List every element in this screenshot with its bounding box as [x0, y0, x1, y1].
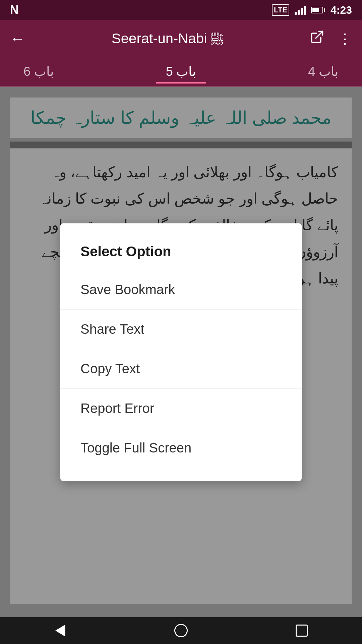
nav-back-button[interactable]	[47, 617, 74, 644]
back-button[interactable]: ←	[7, 27, 28, 50]
lte-indicator: LTE	[272, 4, 289, 16]
more-button[interactable]: ⋮	[335, 27, 355, 50]
content-area: محمد صلی اللہ علیہ وسلم کا ستارہ چمکا کا…	[0, 87, 362, 617]
modal-title: Select Option	[60, 237, 302, 270]
modal-dialog: Select Option Save Bookmark Share Text C…	[60, 223, 302, 481]
tab-bar: باب 6 باب 5 باب 4	[0, 57, 362, 87]
option-save-bookmark[interactable]: Save Bookmark	[60, 270, 302, 310]
tab-right[interactable]: باب 4	[298, 61, 349, 82]
tab-active[interactable]: باب 5	[156, 61, 206, 84]
status-bar-right: LTE 4:23	[272, 4, 352, 16]
share-button[interactable]	[306, 26, 328, 51]
back-triangle-icon	[55, 625, 65, 637]
home-circle-icon	[174, 624, 188, 637]
option-copy-text[interactable]: Copy Text	[60, 349, 302, 389]
bottom-nav	[0, 617, 362, 644]
option-report-error[interactable]: Report Error	[60, 389, 302, 428]
svg-line-0	[316, 32, 322, 38]
battery-icon	[311, 7, 325, 13]
recent-square-icon	[296, 625, 308, 637]
toolbar: ← Seerat-un-Nabi ﷺ ⋮	[0, 20, 362, 57]
option-toggle-fullscreen[interactable]: Toggle Full Screen	[60, 428, 302, 468]
option-share-text[interactable]: Share Text	[60, 310, 302, 349]
toolbar-icons: ⋮	[306, 26, 355, 51]
status-time: 4:23	[330, 4, 352, 16]
status-bar-left: N	[10, 3, 19, 17]
nav-recent-button[interactable]	[288, 617, 315, 644]
app-logo: N	[10, 3, 19, 17]
signal-icon	[295, 5, 306, 15]
toolbar-title: Seerat-un-Nabi ﷺ	[35, 31, 300, 47]
modal-overlay[interactable]: Select Option Save Bookmark Share Text C…	[0, 87, 362, 617]
nav-home-button[interactable]	[168, 617, 194, 644]
status-bar: N LTE 4:23	[0, 0, 362, 20]
tab-left[interactable]: باب 6	[13, 61, 64, 82]
